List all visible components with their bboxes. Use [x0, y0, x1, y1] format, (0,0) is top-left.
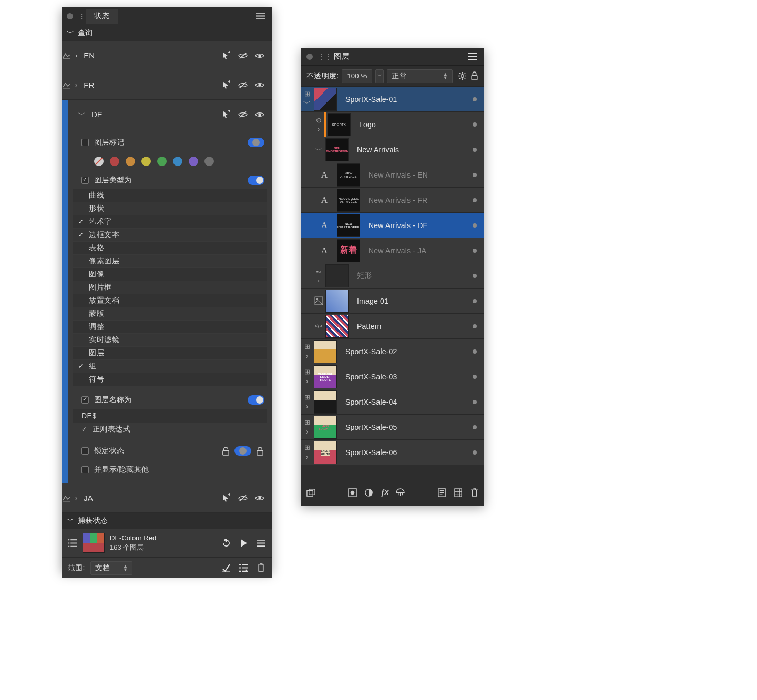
mask-icon[interactable] [348, 488, 357, 497]
query-row-en[interactable]: › EN [62, 41, 272, 70]
tab-states[interactable]: 状态 [86, 9, 118, 24]
query-row-fr[interactable]: › FR [62, 70, 272, 100]
play-icon[interactable] [239, 539, 248, 548]
lock-state-checkbox[interactable] [81, 447, 89, 455]
visibility-dot[interactable] [473, 173, 477, 177]
gear-icon[interactable] [458, 71, 467, 80]
eye-icon[interactable] [255, 493, 264, 503]
pointer-add-icon[interactable] [221, 110, 231, 119]
layer-name-checkbox[interactable] [81, 396, 89, 404]
type-item[interactable]: 图片框 [73, 281, 267, 294]
layer-row[interactable]: ⊞﹀SportX-Sale-01 [301, 87, 484, 112]
query-row-ja[interactable]: › JA [62, 483, 272, 513]
layer-row[interactable]: ⊞›VERKAUFENDET HEUTESportX-Sale-03 [301, 364, 484, 389]
tab-layers[interactable]: 图层 [325, 49, 357, 64]
visibility-dot[interactable] [473, 223, 477, 228]
query-row-de-header[interactable]: ﹀ DE [68, 100, 272, 129]
type-item[interactable]: ✓边框文本 [73, 229, 267, 241]
layer-tag-toggle[interactable] [248, 138, 264, 147]
fx-icon[interactable]: ƒX [381, 488, 388, 497]
type-item[interactable]: 曲线 [73, 189, 267, 202]
grid-icon[interactable] [454, 488, 463, 497]
expand-toggle[interactable]: ⊞› [301, 393, 313, 410]
layer-row[interactable]: Image 01 [301, 289, 484, 314]
expand-toggle[interactable]: ⊙› [313, 116, 324, 133]
close-dot[interactable] [67, 13, 73, 19]
pointer-add-icon[interactable] [221, 80, 231, 90]
type-item[interactable]: 图层 [73, 347, 267, 359]
layer-stack-icon[interactable] [306, 488, 315, 497]
visibility-dot[interactable] [473, 97, 477, 101]
regex-checkbox-row[interactable]: ✓ 正则表达式 [73, 423, 267, 436]
swatch[interactable] [126, 157, 135, 166]
visibility-dot[interactable] [473, 349, 477, 354]
type-item[interactable]: 放置文档 [73, 294, 267, 307]
drag-handle[interactable]: ⋮⋮ [78, 12, 81, 20]
visibility-dot[interactable] [473, 425, 477, 429]
expand-toggle[interactable]: ⊞› [301, 368, 313, 385]
type-item[interactable]: 形状 [73, 202, 267, 215]
type-item[interactable]: 符号 [73, 373, 267, 386]
layer-row[interactable]: </>Pattern [301, 314, 484, 339]
visibility-dot[interactable] [473, 249, 477, 253]
visibility-off-icon[interactable] [238, 110, 248, 119]
lock-icon[interactable] [470, 71, 479, 80]
layer-name-header[interactable]: 图层名称为 [68, 391, 272, 409]
layer-row[interactable]: ANEW ARRIVALSNew Arrivals - EN [301, 162, 484, 188]
expand-toggle[interactable]: ⊞› [301, 444, 313, 461]
type-item[interactable]: 图像 [73, 268, 267, 281]
eye-icon[interactable] [255, 80, 264, 90]
layer-tag-header[interactable]: 图层标记 [68, 133, 272, 151]
panel-menu-icon[interactable] [468, 52, 478, 61]
apply-icon[interactable] [222, 563, 231, 572]
layer-row[interactable]: ⊞›ENDETHEUTESportX-Sale-06 [301, 440, 484, 465]
visibility-dot[interactable] [473, 198, 477, 202]
type-item[interactable]: 调整 [73, 321, 267, 333]
layer-row[interactable]: ⊞›SportX-Sale-04 [301, 389, 484, 415]
refresh-icon[interactable] [222, 539, 231, 548]
visibility-dot[interactable] [473, 375, 477, 379]
captured-state-item[interactable]: DE-Colour Red 163 个图层 [62, 529, 272, 557]
trash-icon[interactable] [257, 563, 265, 572]
layer-type-toggle[interactable] [248, 176, 264, 185]
opacity-stepper[interactable]: ﹀ [375, 69, 384, 83]
swatch[interactable] [189, 157, 198, 166]
lock-toggle[interactable] [234, 446, 251, 456]
opacity-input[interactable]: 100 % [342, 69, 372, 83]
eye-icon[interactable] [255, 51, 264, 60]
hide-others-row[interactable]: 并显示/隐藏其他 [68, 460, 272, 479]
type-item[interactable]: 像素图层 [73, 255, 267, 267]
layer-row[interactable]: ⊙›SPORTXLogo [301, 112, 484, 137]
type-item[interactable]: ✓艺术字 [73, 215, 267, 228]
swatch[interactable] [204, 157, 214, 166]
crop-icon[interactable] [396, 488, 405, 497]
query-section-header[interactable]: ﹀ 查询 [62, 25, 272, 41]
lock-icon[interactable] [255, 447, 264, 456]
scope-selector[interactable]: 文档 ▲▼ [90, 561, 132, 575]
layer-row[interactable]: ⊞›SportX-Sale-02 [301, 339, 484, 364]
captured-states-header[interactable]: ﹀ 捕获状态 [62, 513, 272, 529]
layer-tag-checkbox[interactable] [81, 139, 89, 146]
swatch[interactable] [141, 157, 151, 166]
unlock-icon[interactable] [221, 447, 230, 456]
layer-row[interactable]: ⊞›30%RABATTSportX-Sale-05 [301, 415, 484, 440]
swatch-none[interactable] [94, 157, 104, 166]
layer-row[interactable]: ﹀NEU EINGETROFFENNew Arrivals [301, 137, 484, 162]
swatch[interactable] [157, 157, 167, 166]
layer-type-checkbox[interactable] [81, 177, 89, 184]
visibility-dot[interactable] [473, 299, 477, 303]
expand-toggle[interactable]: ⊞› [301, 343, 313, 360]
close-dot[interactable] [306, 54, 313, 60]
expand-toggle[interactable]: ⊞﹀ [301, 90, 313, 108]
swatch[interactable] [110, 157, 119, 166]
trash-icon[interactable] [470, 488, 479, 497]
visibility-off-icon[interactable] [238, 80, 248, 90]
visibility-off-icon[interactable] [238, 493, 248, 503]
type-item[interactable]: 蒙版 [73, 307, 267, 320]
drag-handle[interactable]: ⋮⋮ [318, 53, 321, 61]
visibility-dot[interactable] [473, 450, 477, 455]
pointer-add-icon[interactable] [221, 51, 231, 60]
expand-toggle[interactable]: ﹀ [313, 145, 324, 155]
type-item[interactable]: 表格 [73, 242, 267, 254]
layer-type-header[interactable]: 图层类型为 [68, 171, 272, 189]
